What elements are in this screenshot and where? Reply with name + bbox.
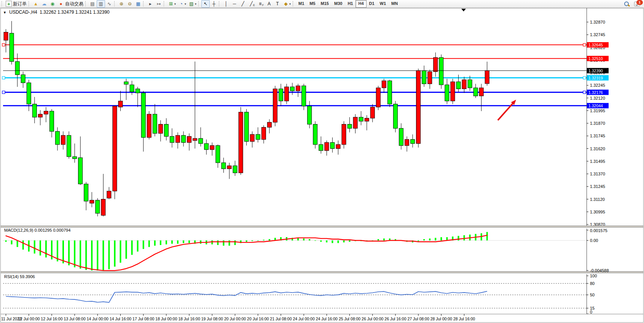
candle-body <box>233 166 237 173</box>
macd-histogram-bar <box>486 232 488 240</box>
svg-text:24 Jul 16:00: 24 Jul 16:00 <box>316 317 338 321</box>
arrows-button[interactable]: ◆▾ <box>282 0 292 8</box>
candle-body <box>290 87 295 91</box>
autotrade-button[interactable]: ●自动交易 <box>57 0 84 8</box>
macd-histogram-bar <box>188 240 190 243</box>
candle-body <box>485 71 489 84</box>
main-toolbar: ＋新订单▲☁◉●自动交易▤▥∿⊕⊖▦▸↦⊞▾◔▾▧▾↖┼│─╱╱E≡FAT◆▾M… <box>0 0 644 8</box>
templates-button[interactable]: ▧▾ <box>187 0 198 8</box>
doc-plus-icon: ＋ <box>6 1 12 7</box>
candle-body <box>239 112 243 173</box>
chat-icon[interactable]: 1 <box>634 2 640 6</box>
text-icon: A <box>266 1 272 7</box>
horizontal-line-button[interactable]: ─ <box>230 0 239 8</box>
indicators-button[interactable]: ⊞▾ <box>167 0 177 8</box>
candle-body <box>393 104 397 128</box>
toolbar-group-grip <box>293 1 294 6</box>
timeframe-d1-button[interactable]: D1 <box>367 0 377 8</box>
macd-histogram-bar <box>74 240 75 267</box>
candle-body <box>273 89 277 123</box>
macd-histogram-bar <box>246 240 247 242</box>
macd-histogram-bar <box>148 240 150 247</box>
text-button[interactable]: A <box>265 0 273 8</box>
svg-text:12 Jul 00:00: 12 Jul 00:00 <box>18 317 40 321</box>
mt4-application-window: ＋新订单▲☁◉●自动交易▤▥∿⊕⊖▦▸↦⊞▾◔▾▧▾↖┼│─╱╱E≡FAT◆▾M… <box>0 0 644 323</box>
svg-text:1.32745: 1.32745 <box>590 32 605 37</box>
cursor-icon: ↖ <box>202 1 209 7</box>
svg-text:1.32120: 1.32120 <box>590 96 605 100</box>
timeframe-h4-button[interactable]: H4 <box>355 0 366 8</box>
macd-histogram-bar <box>326 240 327 242</box>
chart-shift-button[interactable]: ↦ <box>155 0 163 8</box>
timeframe-mn-button[interactable]: MN <box>389 0 400 8</box>
rsi-indicator-label: RSI(14) 59.3906 <box>4 274 35 279</box>
toolbar-group-grip <box>2 1 3 6</box>
auto-scroll-button[interactable]: ▸ <box>146 0 155 8</box>
community-button[interactable]: ☁ <box>40 0 48 8</box>
candle-body <box>90 200 94 203</box>
trendline-button[interactable]: ╱ <box>239 0 247 8</box>
candle-body <box>130 85 134 92</box>
svg-text:0.00: 0.00 <box>590 238 598 243</box>
metaeditor-button[interactable]: ▲ <box>32 0 40 8</box>
chart-play-icon: ▸ <box>147 1 153 7</box>
equidistant-channel-button[interactable]: ╱E <box>247 0 256 8</box>
cloud-icon: ☁ <box>41 1 47 7</box>
zoom-out-button[interactable]: ⊖ <box>126 0 134 8</box>
candle-body <box>199 138 203 143</box>
timeframe-m1-button[interactable]: M1 <box>296 0 307 8</box>
signals-button[interactable]: ◉ <box>48 0 57 8</box>
chart-canvas[interactable]: 1.328701.327451.326201.324951.323701.322… <box>0 0 644 323</box>
candle-body <box>78 158 83 184</box>
fibonacci-button[interactable]: ≡F <box>256 0 265 8</box>
candle-body <box>227 166 231 169</box>
crosshair-button[interactable]: ┼ <box>210 0 218 8</box>
svg-text:1.31745: 1.31745 <box>590 134 605 138</box>
timeframe-m30-button[interactable]: M30 <box>332 0 345 8</box>
svg-text:17 Jul 08:00: 17 Jul 08:00 <box>132 317 154 321</box>
candle-chart-button[interactable]: ▥ <box>97 0 105 8</box>
candle-body <box>342 124 346 145</box>
new-order-button[interactable]: ＋新订单 <box>5 0 28 8</box>
timeframe-m5-button[interactable]: M5 <box>307 0 318 8</box>
macd-histogram-bar <box>5 240 7 242</box>
timeframe-m15-button[interactable]: M15 <box>318 0 332 8</box>
svg-text:1.31995: 1.31995 <box>590 108 605 113</box>
chart-menu-triangle-icon[interactable]: ▼ <box>3 11 6 14</box>
periods-button[interactable]: ◔▾ <box>177 0 187 8</box>
candle-body <box>170 137 174 143</box>
candle-body <box>216 146 220 163</box>
vertical-line-button[interactable]: │ <box>222 0 230 8</box>
dropdown-caret-icon: ▾ <box>195 2 196 6</box>
chart-window-frame <box>1 8 644 323</box>
svg-text:27 Jul 08:00: 27 Jul 08:00 <box>408 317 429 321</box>
line-chart-button[interactable]: ∿ <box>105 0 113 8</box>
candle-body <box>61 135 65 145</box>
svg-text:13 Jul 08:00: 13 Jul 08:00 <box>64 317 86 321</box>
candle-body <box>49 111 54 131</box>
macd-histogram-bar <box>34 240 35 253</box>
tile-windows-button[interactable]: ▦ <box>134 0 142 8</box>
svg-text:24 Jul 00:00: 24 Jul 00:00 <box>293 317 315 321</box>
zoom-in-button[interactable]: ⊕ <box>117 0 126 8</box>
timeframe-h1-button[interactable]: H1 <box>345 0 355 8</box>
candle-body <box>387 81 392 104</box>
candle-body <box>55 131 59 145</box>
candle-body <box>325 143 329 151</box>
svg-text:20 Jul 00:00: 20 Jul 00:00 <box>224 317 246 321</box>
chart-shift-icon: ↦ <box>156 1 162 7</box>
candle-body <box>244 112 249 142</box>
svg-text:1.31620: 1.31620 <box>590 146 605 151</box>
timeframe-w1-button[interactable]: W1 <box>377 0 389 8</box>
search-icon[interactable] <box>624 2 629 6</box>
cursor-button[interactable]: ↖ <box>201 0 210 8</box>
macd-histogram-bar <box>120 240 121 263</box>
text-label-button[interactable]: T <box>273 0 282 8</box>
candle-body <box>365 118 369 121</box>
svg-text:50: 50 <box>590 293 595 297</box>
candle-body <box>187 137 191 143</box>
toolbar-group-grip <box>114 1 116 6</box>
svg-text:1.31245: 1.31245 <box>590 184 605 189</box>
candle-body <box>27 83 31 104</box>
bar-chart-button[interactable]: ▤ <box>88 0 97 8</box>
